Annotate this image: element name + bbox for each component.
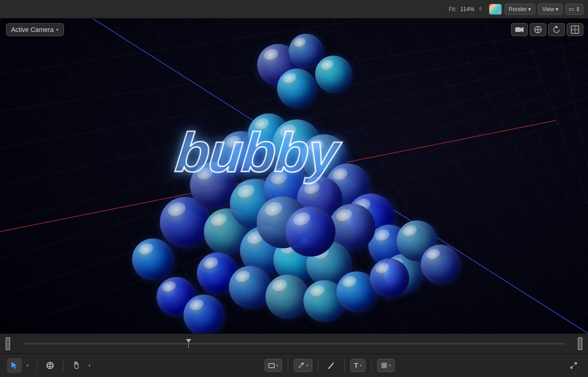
svg-line-2 [0, 83, 588, 259]
reset-button[interactable] [548, 23, 565, 36]
svg-line-41 [329, 363, 334, 368]
hand-dropdown-button[interactable]: ▾ [86, 358, 93, 373]
expand-icon [570, 362, 577, 369]
svg-line-12 [148, 19, 334, 333]
top-toolbar: Fit: 114% ⇕ Render ▾ View ▾ ▭ ⇕ [0, 0, 588, 19]
timeline-bar [0, 333, 588, 354]
layout-split-button[interactable] [567, 23, 583, 36]
render-label: Render [509, 6, 527, 13]
fullscreen-button[interactable] [566, 358, 581, 373]
pen-tool-group: ▾ [294, 359, 312, 372]
svg-line-22 [519, 19, 588, 204]
svg-line-0 [0, 111, 588, 333]
svg-line-25 [0, 120, 556, 232]
svg-line-8 [0, 19, 185, 333]
svg-line-23 [556, 19, 588, 167]
render-menu-button[interactable]: Render ▾ [505, 4, 535, 15]
render-chevron-icon: ▾ [528, 6, 531, 13]
fit-value: 114% [460, 6, 474, 13]
timeline-start-marker[interactable] [6, 337, 10, 350]
svg-line-6 [0, 28, 588, 111]
hand-icon [73, 361, 80, 370]
playhead-line [188, 343, 189, 348]
color-swatch-icon [381, 362, 387, 369]
shape-tool-group: ▾ [265, 359, 282, 372]
playhead-triangle [186, 339, 191, 343]
fit-arrows-icon: ⇕ [478, 6, 482, 12]
svg-line-15 [259, 19, 445, 333]
svg-rect-39 [269, 364, 274, 368]
svg-line-16 [297, 19, 482, 333]
layout-button[interactable]: ▭ ⇕ [565, 4, 583, 15]
paint-tool-button[interactable] [324, 358, 339, 373]
active-camera-chevron-icon: ▾ [56, 27, 59, 33]
navigate-button[interactable] [530, 23, 546, 36]
view-chevron-icon: ▾ [556, 6, 558, 13]
timeline-playhead[interactable] [186, 339, 191, 348]
color-profile-button[interactable] [489, 4, 502, 15]
svg-line-24 [93, 19, 588, 333]
separator-3 [288, 359, 288, 372]
svg-line-4 [0, 56, 588, 185]
layout-chevron-icon: ⇕ [575, 6, 580, 13]
svg-line-18 [371, 19, 556, 333]
svg-line-14 [222, 19, 408, 333]
svg-line-17 [334, 19, 519, 333]
orbit-icon [46, 361, 54, 370]
material-chevron-icon: ▾ [389, 363, 391, 368]
hand-tool-button[interactable] [69, 358, 84, 373]
svg-line-9 [37, 19, 222, 333]
material-tool-button[interactable]: ▾ [377, 359, 395, 372]
viewport-controls [511, 23, 583, 36]
brush-icon [328, 362, 335, 369]
text-tool-icon: T [354, 362, 358, 369]
svg-marker-31 [555, 25, 558, 28]
layout-split-icon [571, 25, 579, 34]
view-menu-button[interactable]: View ▾ [538, 4, 563, 15]
camera-icon [515, 26, 524, 33]
svg-point-42 [329, 368, 330, 369]
bottom-toolbar: ▾ ▾ ▾ [0, 354, 588, 377]
select-tool-group: ▾ [7, 358, 31, 373]
separator-4 [318, 359, 318, 372]
reset-icon [552, 25, 561, 34]
grid-overlay [0, 19, 588, 333]
text-tool-button[interactable]: T ▾ [350, 359, 366, 372]
camera-view-button[interactable] [511, 23, 528, 36]
svg-line-3 [0, 69, 588, 222]
svg-line-19 [408, 19, 588, 315]
view-label: View [542, 6, 554, 13]
separator-5 [344, 359, 345, 372]
shape-chevron-icon: ▾ [276, 363, 278, 368]
hand-chevron-icon: ▾ [89, 363, 91, 368]
select-dropdown-button[interactable]: ▾ [24, 358, 31, 373]
separator-2 [63, 359, 63, 372]
pen-chevron-icon: ▾ [306, 363, 309, 368]
pen-icon [297, 362, 305, 369]
fit-label: Fit: [449, 6, 456, 13]
select-tool-button[interactable] [7, 358, 22, 373]
navigate-icon [534, 25, 542, 34]
svg-rect-26 [515, 27, 521, 32]
svg-line-1 [0, 97, 588, 296]
timeline-track[interactable] [23, 343, 565, 345]
viewport-wrapper: bubby Active Camera ▾ [0, 19, 588, 333]
select-chevron-icon: ▾ [26, 363, 29, 368]
svg-line-21 [482, 19, 588, 241]
layout-icon: ▭ [569, 6, 574, 13]
material-tool-group: ▾ [377, 359, 395, 372]
separator-6 [371, 359, 372, 372]
svg-line-20 [445, 19, 588, 278]
active-camera-button[interactable]: Active Camera ▾ [6, 23, 64, 36]
shape-tool-button[interactable]: ▾ [265, 359, 282, 372]
rect-shape-icon [268, 363, 275, 368]
svg-line-11 [111, 19, 297, 333]
timeline-end-marker[interactable] [578, 337, 582, 350]
arrow-select-icon [11, 362, 18, 369]
hand-tool-group: ▾ [69, 358, 93, 373]
pen-tool-button[interactable]: ▾ [294, 359, 312, 372]
svg-rect-43 [381, 363, 387, 368]
svg-marker-27 [521, 27, 524, 32]
active-camera-label: Active Camera [11, 26, 54, 33]
orbit-tool-button[interactable] [43, 358, 57, 373]
